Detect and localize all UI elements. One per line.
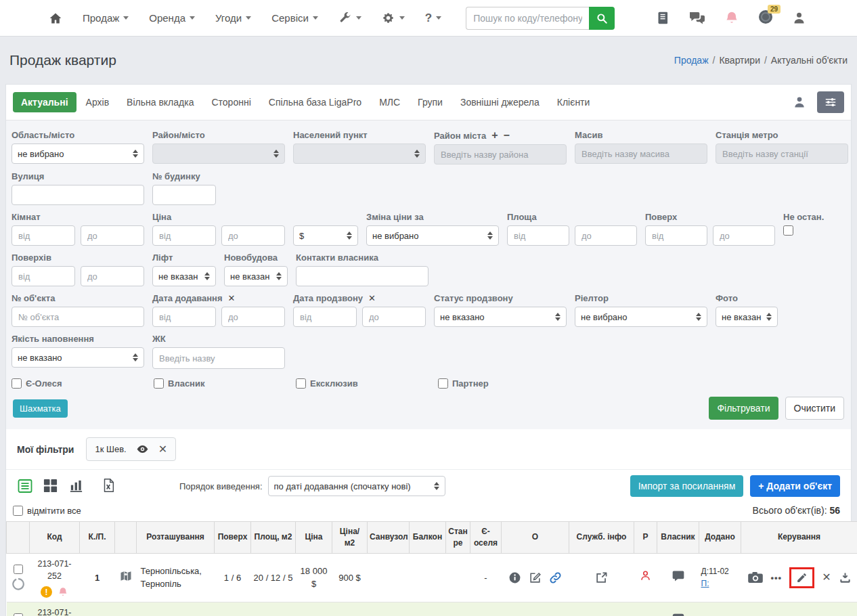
partner-checkbox[interactable] [438,378,448,389]
saved-filter-chip[interactable]: 1к Шев. ✕ [86,437,176,461]
area-from-input[interactable] [507,225,569,246]
not-last-checkbox[interactable] [783,225,793,236]
floor-from-input[interactable] [645,225,707,246]
call-date-link[interactable]: П: [701,579,709,588]
journal-icon[interactable] [656,11,670,25]
user-icon[interactable] [793,95,806,109]
comment-filled-icon[interactable] [672,569,685,583]
row-checkbox[interactable] [14,613,23,616]
import-by-link-button[interactable]: Імпорт за посиланням [630,475,744,497]
call-ring-icon[interactable] [12,577,25,591]
excel-export-icon[interactable] [101,478,117,494]
vlasnyk-checkbox[interactable] [154,378,164,389]
photos-camera-icon[interactable] [747,571,764,584]
owner-contacts-input[interactable] [296,266,428,286]
date-call-from-input[interactable] [293,307,357,327]
home-button[interactable] [49,12,62,25]
photo-select[interactable]: не вказан [716,307,778,327]
rooms-from-input[interactable] [12,225,75,246]
call-status-select[interactable]: не вказано [434,307,567,327]
menu-prodazh[interactable]: Продаж [83,12,129,24]
map-icon[interactable] [119,569,133,583]
remove-district-icon[interactable]: − [504,130,510,141]
list-view-icon[interactable] [17,478,33,494]
date-added-from-input[interactable] [152,307,216,327]
balance-widget[interactable]: 29 [757,9,774,28]
tab-vilna-vkladka[interactable]: Вільна вкладка [118,92,202,112]
delete-icon[interactable]: ✕ [822,569,831,586]
search-input[interactable] [466,7,589,30]
object-no-input[interactable] [12,307,144,327]
e-olesya-checkbox[interactable] [12,378,22,389]
settlement-select[interactable] [293,144,426,164]
lift-select[interactable]: не вказан [152,266,216,286]
clear-button[interactable]: Очистити [785,397,844,420]
external-link-icon[interactable] [595,571,608,584]
edit-pencil-icon[interactable] [796,572,808,584]
tab-zovnishni-dzherela[interactable]: Зовнішні джерела [452,92,548,112]
floor-to-input[interactable] [713,225,775,246]
tab-arkhiv[interactable]: Архів [78,92,118,112]
filter-settings-button[interactable] [817,91,844,113]
date-call-to-input[interactable] [362,307,426,327]
tab-storonni[interactable]: Сторонні [203,92,259,112]
remove-filter-icon[interactable]: ✕ [158,443,167,456]
area-to-input[interactable] [575,225,637,246]
download-icon[interactable] [839,571,852,584]
quality-select[interactable]: не вказано [12,347,144,368]
row-checkbox[interactable] [14,565,23,574]
street-input[interactable] [12,185,144,205]
eye-icon[interactable] [136,443,149,456]
menu-orenda[interactable]: Оренда [149,12,195,24]
realtor-person-icon[interactable] [639,569,652,582]
tab-grupy[interactable]: Групи [410,92,451,112]
city-district-input[interactable] [434,144,567,164]
user-profile-icon[interactable] [792,11,806,25]
price-to-input[interactable] [221,225,285,246]
tab-mls[interactable]: МЛС [371,92,408,112]
eksklyuzyv-checkbox[interactable] [296,378,306,389]
zhk-input[interactable] [152,347,285,369]
link-icon[interactable] [549,571,562,584]
menu-help[interactable]: ? [425,12,441,25]
floors-from-input[interactable] [12,266,75,286]
phone-square-icon[interactable] [672,613,684,616]
currency-select[interactable]: $ [293,225,358,246]
more-actions-icon[interactable]: ••• [771,571,783,585]
info-icon[interactable] [508,571,521,584]
select-all-checkbox[interactable] [13,506,23,516]
breadcrumb-link-prodazh[interactable]: Продаж [674,55,709,66]
messages-icon[interactable] [688,11,706,25]
price-from-input[interactable] [152,225,216,246]
filter-button[interactable]: Фільтрувати [709,397,778,420]
metro-input[interactable] [716,144,848,164]
add-district-icon[interactable]: + [491,130,498,141]
floors-to-input[interactable] [81,266,144,286]
chess-view-button[interactable]: Шахматка [13,399,68,418]
notifications-bell-icon[interactable] [724,11,739,26]
note-edit-icon[interactable] [529,571,542,584]
menu-ugody[interactable]: Угоди [215,12,251,24]
clear-date-call-icon[interactable]: ✕ [368,294,376,303]
search-button[interactable] [589,7,615,30]
date-added-to-input[interactable] [221,307,285,327]
chart-view-icon[interactable] [68,478,85,494]
house-no-input[interactable] [152,185,216,205]
tab-kliyenty[interactable]: Клієнти [549,92,598,112]
menu-tools[interactable] [338,12,361,25]
clear-date-added-icon[interactable]: ✕ [228,294,236,303]
tab-aktualni[interactable]: Актуальні [13,92,76,112]
rooms-to-input[interactable] [81,225,144,246]
object-code[interactable]: 213-071-246 [32,607,78,616]
masyv-input[interactable] [575,144,707,164]
checkbox-e-olesya[interactable]: Є-Олеся [12,378,154,389]
checkbox-vlasnyk[interactable]: Власник [154,378,296,389]
menu-servisy[interactable]: Сервіси [271,12,318,24]
order-select[interactable]: по даті додавання (спочатку нові) [268,476,445,496]
checkbox-partner[interactable]: Партнер [438,378,580,389]
add-object-button[interactable]: + Додати об'єкт [750,475,840,497]
district-select[interactable] [152,144,285,164]
region-select[interactable]: не вибрано [12,144,144,164]
new-building-select[interactable]: не вказан [224,266,288,286]
grid-view-icon[interactable] [43,478,59,494]
